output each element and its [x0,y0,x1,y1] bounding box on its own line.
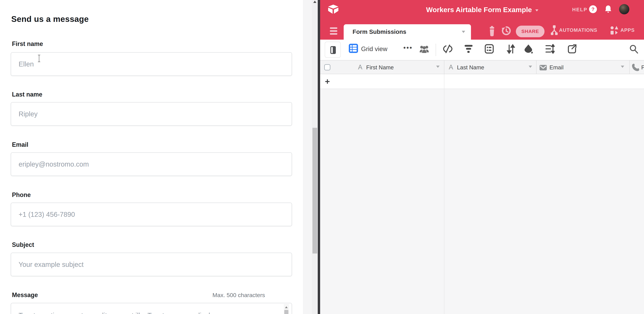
column-caret-icon [529,66,532,68]
automations-icon[interactable] [550,25,558,38]
subject-input[interactable] [11,253,292,276]
apps-icon[interactable] [610,26,619,37]
text-cursor-ibeam-icon [38,55,40,62]
scrollbar-up-arrow-icon[interactable] [313,1,316,3]
message-maxchars-hint: Max. 500 characters [212,292,265,298]
view-toolbar: Grid view ••• [320,40,644,60]
message-textarea[interactable] [11,303,292,314]
column-separator[interactable] [536,61,536,75]
screen: Send us a message First name Last name E… [0,0,644,314]
view-sidebar-toggle-button[interactable] [325,42,341,58]
phone-icon [632,64,640,71]
airtable-window: Workers Airtable Form Example HELP ? For… [320,0,644,314]
sort-icon[interactable] [506,44,516,55]
first-name-input[interactable] [11,52,292,76]
grid-view-icon [349,44,358,53]
table-tab-caret-icon [462,31,465,33]
notifications-bell-icon[interactable] [604,5,612,14]
help-button[interactable]: HELP [572,7,587,13]
grid-column-line [444,74,444,314]
browser-scrollbar-thumb[interactable] [312,128,317,253]
toolbar-divider [436,44,436,56]
history-icon[interactable] [501,26,511,36]
search-icon[interactable] [629,45,638,54]
message-scrollbar-thumb[interactable] [284,310,288,314]
automations-button[interactable]: AUTOMATIONS [559,27,597,33]
view-more-menu[interactable]: ••• [404,44,413,52]
view-name[interactable]: Grid view [361,46,387,53]
phone-input[interactable] [11,203,292,226]
collaborators-icon[interactable] [420,45,429,56]
column-name: First Name [366,64,394,71]
column-name: Phone [641,64,644,71]
email-label: Email [12,141,28,148]
form-title: Send us a message [11,14,89,24]
airtable-logo-icon[interactable] [328,4,339,15]
letter-a-icon: A [449,64,453,71]
color-icon[interactable] [524,44,534,55]
column-separator[interactable] [444,61,444,75]
trash-icon[interactable] [488,26,496,37]
panel-toggle-icon [330,46,336,54]
letter-a-icon: A [358,64,362,71]
sidebar-menu-icon[interactable] [330,27,337,36]
last-name-input[interactable] [11,102,292,126]
column-caret-icon [436,66,440,68]
add-record-row[interactable]: + [320,74,644,89]
select-all-checkbox[interactable] [324,64,330,70]
row-height-icon[interactable] [545,44,555,55]
apps-button[interactable]: APPS [620,27,634,33]
table-tab-form-submissions[interactable]: Form Submissions [344,24,471,40]
message-label: Message [12,291,38,299]
subject-label: Subject [12,241,34,248]
column-caret-icon [621,66,624,68]
contact-form-window: Send us a message First name Last name E… [0,0,303,314]
grid-header-row: A First Name A Last Name Email [320,60,644,74]
message-scrollbar-up-icon[interactable] [285,306,288,308]
base-title-text: Workers Airtable Form Example [426,6,532,14]
column-name: Last Name [457,64,484,71]
table-tab-label: Form Submissions [352,28,406,35]
first-name-label: First name [12,40,43,48]
group-icon[interactable] [484,44,494,55]
envelope-icon [540,65,547,70]
filter-icon[interactable] [464,44,474,55]
email-input[interactable] [11,152,292,176]
base-title[interactable]: Workers Airtable Form Example [400,6,564,14]
add-record-plus-icon[interactable]: + [325,77,330,87]
column-separator[interactable] [629,61,630,75]
share-view-icon[interactable] [568,44,577,55]
hide-fields-icon[interactable] [443,44,452,55]
column-name: Email [550,64,564,71]
window-divider [318,0,320,314]
phone-label: Phone [12,191,31,198]
share-button[interactable]: SHARE [516,26,544,37]
last-name-label: Last name [12,91,42,98]
form-window-gutter [303,0,312,314]
help-question-icon[interactable]: ? [589,5,597,13]
base-title-caret-icon [535,10,538,12]
user-avatar[interactable] [619,4,629,14]
